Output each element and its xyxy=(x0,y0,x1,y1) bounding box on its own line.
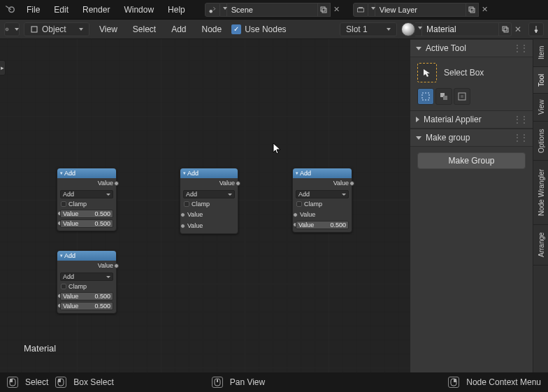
section-material-applier[interactable]: Material Applier ⋮⋮ xyxy=(410,110,533,129)
value-field-1[interactable]: Value0.500 xyxy=(60,292,113,300)
mouse-middle-icon xyxy=(212,377,223,388)
svg-rect-5 xyxy=(359,7,363,8)
material-unlink-button[interactable]: ✕ xyxy=(512,22,524,36)
material-browse[interactable] xyxy=(415,22,422,36)
clamp-checkbox[interactable]: Clamp xyxy=(296,200,349,208)
socket-out[interactable] xyxy=(236,181,240,186)
svg-rect-7 xyxy=(470,8,475,13)
material-sphere-icon[interactable] xyxy=(401,22,415,36)
section-active-tool[interactable]: Active Tool ⋮⋮ xyxy=(410,39,533,57)
select-mode-subtract[interactable] xyxy=(454,88,470,105)
socket-out[interactable] xyxy=(349,181,354,186)
slot-selector[interactable]: Slot 1 xyxy=(340,22,397,36)
select-mode-set[interactable] xyxy=(417,88,434,105)
toolbar-expand-handle[interactable]: ▸ xyxy=(0,60,6,75)
svg-point-0 xyxy=(9,7,15,13)
menu-view[interactable]: View xyxy=(94,24,123,34)
disclosure-icon xyxy=(416,136,421,140)
node-output-value: Value xyxy=(57,261,116,270)
tab-tool[interactable]: Tool xyxy=(533,67,549,94)
editor-type-selector[interactable] xyxy=(4,22,20,36)
tab-options[interactable]: Options xyxy=(533,122,549,161)
n-panel-tabs: Item Tool View Options Node Wrangler Arr… xyxy=(533,39,548,372)
top-menubar: File Edit Render Window Help Scene ✕ Vie… xyxy=(0,0,548,20)
select-box-tool-icon[interactable] xyxy=(417,63,437,82)
viewlayer-delete-button[interactable]: ✕ xyxy=(479,3,491,17)
select-mode-extend[interactable] xyxy=(435,88,452,105)
svg-rect-17 xyxy=(461,95,463,98)
value-field-2[interactable]: Value0.500 xyxy=(60,219,113,228)
scene-browse[interactable] xyxy=(220,3,227,17)
scene-icon[interactable] xyxy=(205,3,220,17)
drag-grip-icon[interactable]: ⋮⋮ xyxy=(513,43,527,53)
tab-item[interactable]: Item xyxy=(533,39,549,67)
svg-rect-6 xyxy=(469,7,473,11)
material-new-button[interactable] xyxy=(499,22,512,36)
node-output-value: Value xyxy=(57,178,116,188)
menu-file[interactable]: File xyxy=(21,3,45,17)
section-make-group[interactable]: Make group ⋮⋮ xyxy=(410,129,533,147)
value-field-2[interactable]: Value0.500 xyxy=(296,221,349,229)
operation-dropdown[interactable]: Add xyxy=(60,273,113,281)
menu-help[interactable]: Help xyxy=(162,3,191,17)
menu-window[interactable]: Window xyxy=(118,3,159,17)
node-title[interactable]: Add xyxy=(57,168,116,178)
socket-out[interactable] xyxy=(114,263,119,268)
node-title[interactable]: Add xyxy=(180,168,238,178)
socket-in[interactable] xyxy=(180,224,185,228)
operation-dropdown[interactable]: Add xyxy=(60,190,113,198)
scene-selector: Scene ✕ xyxy=(205,3,343,17)
svg-rect-23 xyxy=(217,379,218,382)
use-nodes-toggle[interactable]: ✓ Use Nodes xyxy=(231,24,286,34)
socket-in[interactable] xyxy=(180,212,185,217)
blender-logo-icon xyxy=(4,3,18,17)
material-path-label: Material xyxy=(24,343,56,354)
value-field-2[interactable]: Value0.500 xyxy=(60,302,113,310)
drag-grip-icon[interactable]: ⋮⋮ xyxy=(513,115,527,124)
node-math-add-3[interactable]: Add Value Add Clamp Value Value xyxy=(180,168,238,234)
socket-in[interactable] xyxy=(293,212,298,217)
viewlayer-new-button[interactable] xyxy=(466,3,479,17)
menu-edit[interactable]: Edit xyxy=(48,3,74,17)
make-group-button[interactable]: Make Group xyxy=(417,152,526,169)
editor-header: Object View Select Add Node ✓ Use Nodes … xyxy=(0,20,548,39)
tab-node-wrangler[interactable]: Node Wrangler xyxy=(533,161,549,225)
status-context-menu: Node Context Menu xyxy=(466,377,541,387)
node-math-add-2[interactable]: Add Value Add Clamp Value0.500 Value0.50… xyxy=(57,250,117,314)
viewlayer-browse[interactable] xyxy=(368,3,375,17)
menu-select[interactable]: Select xyxy=(127,24,161,34)
scene-name-input[interactable]: Scene xyxy=(227,3,318,17)
object-mode-selector[interactable]: Object xyxy=(24,22,89,36)
pin-toggle[interactable] xyxy=(528,22,544,36)
menu-add[interactable]: Add xyxy=(166,24,192,34)
checkbox-icon: ✓ xyxy=(231,24,241,34)
node-math-add-4[interactable]: Add Value Add Clamp Value Value0.500 xyxy=(292,168,352,233)
clamp-checkbox[interactable]: Clamp xyxy=(60,200,113,208)
clamp-checkbox[interactable]: Clamp xyxy=(60,282,113,291)
node-title[interactable]: Add xyxy=(293,168,352,178)
drag-grip-icon[interactable]: ⋮⋮ xyxy=(513,133,527,143)
status-box-select: Box Select xyxy=(73,377,113,387)
viewlayer-name-input[interactable]: View Layer xyxy=(375,3,466,17)
n-panel: Active Tool ⋮⋮ Select Box Materi xyxy=(410,39,548,372)
node-math-add-1[interactable]: Add Value Add Clamp Value0.500 Value0.50… xyxy=(57,168,117,231)
node-editor-viewport[interactable]: ▸ Add Value Add Clamp Value0.500 Value0.… xyxy=(0,39,410,372)
menu-node[interactable]: Node xyxy=(196,24,228,34)
svg-rect-3 xyxy=(322,8,326,13)
viewlayer-icon[interactable] xyxy=(353,3,368,17)
value-field-1[interactable]: Value0.500 xyxy=(60,210,113,218)
operation-dropdown[interactable]: Add xyxy=(296,190,349,198)
scene-new-button[interactable] xyxy=(318,3,331,17)
tab-view[interactable]: View xyxy=(533,94,549,122)
svg-rect-12 xyxy=(504,28,508,32)
socket-out[interactable] xyxy=(114,181,119,186)
operation-dropdown[interactable]: Add xyxy=(183,190,235,198)
menu-render[interactable]: Render xyxy=(77,3,115,17)
tab-arrange[interactable]: Arrange xyxy=(533,225,549,266)
material-name-input[interactable]: Material xyxy=(422,22,499,36)
clamp-checkbox[interactable]: Clamp xyxy=(183,200,235,208)
scene-delete-button[interactable]: ✕ xyxy=(331,3,343,17)
node-title[interactable]: Add xyxy=(57,251,116,261)
viewlayer-selector: View Layer ✕ xyxy=(353,3,491,17)
mouse-left-icon xyxy=(7,377,18,388)
